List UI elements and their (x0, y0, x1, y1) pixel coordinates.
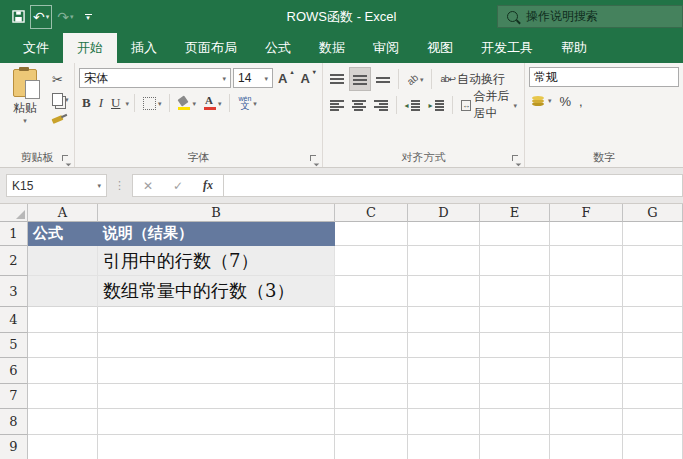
save-button[interactable] (10, 6, 27, 28)
cell-D3[interactable] (408, 276, 480, 307)
cell-B3[interactable]: 数组常量中的行数（3） (98, 276, 335, 307)
decrease-font-button[interactable]: A (297, 67, 317, 89)
cell-E2[interactable] (480, 246, 550, 276)
tab-file[interactable]: 文件 (9, 33, 63, 63)
bold-button[interactable]: B (79, 92, 94, 114)
align-right-button[interactable] (371, 94, 391, 116)
align-middle-button[interactable] (349, 67, 371, 91)
redo-button[interactable]: ↷ ▾ (55, 6, 75, 28)
cell-A3[interactable] (28, 276, 98, 307)
tab-formulas[interactable]: 公式 (251, 33, 305, 63)
tab-help[interactable]: 帮助 (547, 33, 601, 63)
align-top-button[interactable] (327, 68, 347, 90)
phonetic-guide-button[interactable]: wén 文 ▾ (235, 92, 259, 114)
alignment-dialog-launcher-icon[interactable] (512, 155, 521, 164)
font-color-button[interactable]: A ▾ (201, 92, 225, 114)
borders-button[interactable]: ▾ (140, 92, 165, 114)
tab-review[interactable]: 审阅 (359, 33, 413, 63)
cell-A2[interactable] (28, 246, 98, 276)
tab-developer[interactable]: 开发工具 (467, 33, 547, 63)
align-left-button[interactable] (327, 94, 347, 116)
wrap-text-button[interactable]: ab↩ 自动换行 (437, 68, 508, 90)
cell-G3[interactable] (623, 276, 683, 307)
comma-style-button[interactable]: , (576, 90, 586, 112)
italic-button[interactable]: I (96, 92, 106, 114)
row-header-8[interactable]: 8 (0, 409, 28, 435)
cell-G5[interactable] (623, 333, 683, 359)
cell-D1[interactable] (408, 222, 480, 246)
cell-F5[interactable] (550, 333, 623, 359)
column-header-g[interactable]: G (623, 204, 683, 222)
tab-home[interactable]: 开始 (63, 33, 117, 63)
select-all-button[interactable] (0, 204, 28, 222)
cell-C6[interactable] (335, 358, 408, 384)
clipboard-dialog-launcher-icon[interactable] (62, 155, 71, 164)
row-header-7[interactable]: 7 (0, 384, 28, 410)
cell-A8[interactable] (28, 409, 98, 435)
font-size-combo[interactable]: 14 ▾ (233, 68, 273, 88)
increase-font-button[interactable]: A (275, 67, 295, 89)
accounting-format-button[interactable]: ▾ (529, 90, 555, 112)
cell-B9[interactable] (98, 435, 335, 459)
cut-button[interactable]: ✂ (52, 71, 69, 87)
merge-center-button[interactable]: ↔ 合并后居中 ▾ (458, 94, 520, 116)
tab-insert[interactable]: 插入 (117, 33, 171, 63)
cell-C9[interactable] (335, 435, 408, 459)
cell-A9[interactable] (28, 435, 98, 459)
cell-F1[interactable] (550, 222, 623, 246)
formula-input[interactable] (224, 174, 683, 197)
column-header-c[interactable]: C (335, 204, 408, 222)
cell-B6[interactable] (98, 358, 335, 384)
cell-B5[interactable] (98, 333, 335, 359)
cell-D8[interactable] (408, 409, 480, 435)
decrease-indent-button[interactable] (401, 94, 423, 116)
cell-B1[interactable]: 说明（结果） (98, 222, 335, 246)
align-center-button[interactable] (349, 94, 369, 116)
cell-C4[interactable] (335, 307, 408, 333)
cell-E3[interactable] (480, 276, 550, 307)
fill-color-button[interactable]: ▾ (175, 92, 199, 114)
paste-button[interactable]: 粘贴 ▾ (4, 69, 46, 151)
cell-F2[interactable] (550, 246, 623, 276)
enter-button[interactable]: ✓ (163, 179, 193, 193)
cell-E1[interactable] (480, 222, 550, 246)
row-header-2[interactable]: 2 (0, 246, 28, 276)
percent-style-button[interactable]: % (557, 90, 575, 112)
cell-E4[interactable] (480, 307, 550, 333)
customize-qat-button[interactable]: ▾ (83, 6, 94, 28)
cell-D2[interactable] (408, 246, 480, 276)
cell-G6[interactable] (623, 358, 683, 384)
cell-F9[interactable] (550, 435, 623, 459)
cell-A5[interactable] (28, 333, 98, 359)
cell-B2[interactable]: 引用中的行数（7） (98, 246, 335, 276)
cell-A7[interactable] (28, 384, 98, 410)
cell-E6[interactable] (480, 358, 550, 384)
row-header-1[interactable]: 1 (0, 222, 28, 246)
cell-C8[interactable] (335, 409, 408, 435)
tell-me-search[interactable]: 操作说明搜索 (497, 5, 683, 28)
cell-G7[interactable] (623, 384, 683, 410)
column-header-d[interactable]: D (408, 204, 480, 222)
undo-button[interactable]: ↶ ▾ (30, 5, 52, 29)
name-box[interactable]: K15 ▾ (6, 174, 107, 197)
cell-D7[interactable] (408, 384, 480, 410)
cell-G8[interactable] (623, 409, 683, 435)
cancel-button[interactable]: ✕ (133, 179, 163, 193)
cell-G9[interactable] (623, 435, 683, 459)
insert-function-button[interactable]: fx (193, 178, 223, 193)
format-painter-button[interactable] (52, 111, 69, 127)
cell-G4[interactable] (623, 307, 683, 333)
cell-E7[interactable] (480, 384, 550, 410)
cell-C5[interactable] (335, 333, 408, 359)
cell-C3[interactable] (335, 276, 408, 307)
cell-D9[interactable] (408, 435, 480, 459)
cell-E5[interactable] (480, 333, 550, 359)
column-header-b[interactable]: B (98, 204, 335, 222)
formula-bar-resize-handle[interactable]: ⋮ (114, 179, 125, 192)
column-header-e[interactable]: E (480, 204, 550, 222)
row-header-6[interactable]: 6 (0, 358, 28, 384)
cell-D4[interactable] (408, 307, 480, 333)
cell-F6[interactable] (550, 358, 623, 384)
cell-F8[interactable] (550, 409, 623, 435)
tab-data[interactable]: 数据 (305, 33, 359, 63)
